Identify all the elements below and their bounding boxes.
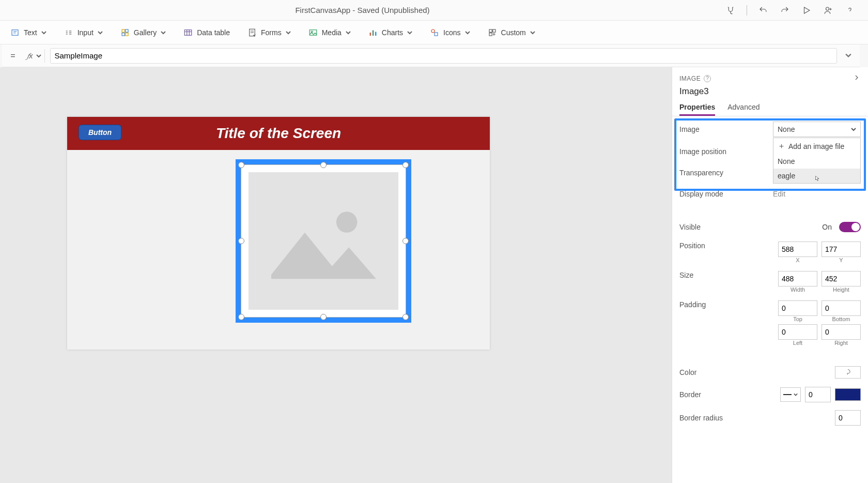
ribbon-data-table-label: Data table bbox=[197, 28, 230, 37]
image-option-none[interactable]: None bbox=[773, 154, 860, 169]
resize-handle[interactable] bbox=[320, 314, 327, 320]
size-h-sublabel: Height bbox=[822, 286, 861, 293]
svg-point-0 bbox=[826, 7, 829, 10]
position-y-input[interactable] bbox=[822, 242, 861, 257]
share-user-icon[interactable] bbox=[823, 5, 834, 16]
chevron-down-icon bbox=[530, 28, 535, 37]
svg-rect-2 bbox=[122, 29, 125, 32]
ribbon-forms[interactable]: Forms bbox=[244, 26, 294, 39]
canvas-button-control[interactable]: Button bbox=[79, 125, 121, 140]
ribbon-charts-label: Charts bbox=[382, 28, 403, 37]
svg-point-10 bbox=[431, 29, 435, 33]
resize-handle[interactable] bbox=[402, 162, 409, 168]
size-width-input[interactable] bbox=[778, 271, 817, 286]
size-height-input[interactable] bbox=[822, 271, 861, 286]
color-picker-button[interactable] bbox=[835, 366, 861, 379]
equals-label: = bbox=[7, 51, 19, 61]
image-option-eagle[interactable]: eagle bbox=[773, 169, 860, 183]
chevron-down-icon bbox=[98, 28, 103, 37]
selected-image-control[interactable] bbox=[236, 159, 411, 323]
border-style-select[interactable] bbox=[780, 387, 801, 402]
prop-visible-state: On bbox=[822, 223, 832, 231]
canvas-header: Button Title of the Screen bbox=[67, 117, 490, 150]
tab-advanced[interactable]: Advanced bbox=[727, 101, 760, 116]
tab-properties[interactable]: Properties bbox=[679, 101, 715, 116]
border-radius-input[interactable] bbox=[835, 410, 861, 426]
chevron-down-icon bbox=[851, 127, 856, 132]
formula-expand-button[interactable] bbox=[842, 51, 855, 61]
padding-right-input[interactable] bbox=[822, 324, 861, 340]
position-y-sublabel: Y bbox=[822, 257, 861, 263]
prop-color-label: Color bbox=[679, 368, 831, 376]
image-dropdown[interactable]: None ＋Add an image file None eagle bbox=[773, 122, 861, 137]
plus-icon: ＋ bbox=[778, 141, 785, 151]
prop-border-label: Border bbox=[679, 390, 776, 399]
prop-visible: Visible On bbox=[679, 220, 861, 234]
control-name: Image3 bbox=[672, 85, 868, 101]
image-dropdown-list: ＋Add an image file None eagle bbox=[773, 138, 861, 184]
ribbon-custom[interactable]: Custom bbox=[485, 26, 538, 39]
padding-t-sublabel: Top bbox=[778, 316, 817, 322]
chevron-down-icon bbox=[346, 28, 351, 37]
prop-size: Size WidthHeight bbox=[679, 271, 861, 293]
ribbon-icons[interactable]: Icons bbox=[427, 26, 473, 39]
chevron-down-icon bbox=[407, 28, 412, 37]
data-table-icon bbox=[183, 28, 193, 37]
resize-handle[interactable] bbox=[402, 314, 409, 320]
padding-bottom-input[interactable] bbox=[822, 300, 861, 316]
resize-handle[interactable] bbox=[320, 162, 327, 168]
border-color-swatch[interactable] bbox=[835, 388, 861, 401]
prop-size-label: Size bbox=[679, 271, 774, 279]
padding-top-input[interactable] bbox=[778, 300, 817, 316]
svg-rect-1 bbox=[12, 29, 18, 35]
chevron-down-icon bbox=[286, 28, 291, 37]
ribbon-media-label: Media bbox=[322, 28, 342, 37]
ribbon-gallery[interactable]: Gallery bbox=[117, 26, 169, 39]
ribbon-text[interactable]: Text bbox=[7, 26, 50, 39]
panel-collapse-button[interactable] bbox=[853, 73, 861, 83]
chevron-down-icon bbox=[41, 28, 47, 37]
size-w-sublabel: Width bbox=[778, 286, 817, 293]
border-width-input[interactable] bbox=[805, 387, 831, 402]
resize-handle[interactable] bbox=[238, 162, 244, 168]
play-icon[interactable] bbox=[801, 5, 812, 16]
resize-handle[interactable] bbox=[238, 238, 244, 244]
charts-icon bbox=[368, 28, 378, 37]
chevron-down-icon bbox=[161, 28, 166, 37]
padding-left-input[interactable] bbox=[778, 324, 817, 340]
image-bounds bbox=[241, 164, 406, 318]
position-x-input[interactable] bbox=[778, 242, 817, 257]
fx-button[interactable]: 𝑓x bbox=[24, 49, 45, 63]
panel-header: IMAGE ? bbox=[672, 67, 868, 85]
ribbon-data-table[interactable]: Data table bbox=[180, 26, 233, 39]
prop-display-mode: Display mode Edit bbox=[679, 187, 861, 201]
resize-handle[interactable] bbox=[402, 238, 409, 244]
svg-point-15 bbox=[336, 212, 357, 233]
formula-input[interactable] bbox=[50, 48, 838, 64]
health-check-icon[interactable] bbox=[725, 5, 736, 16]
visible-toggle[interactable] bbox=[839, 222, 861, 232]
prop-padding-label: Padding bbox=[679, 300, 774, 309]
resize-handle[interactable] bbox=[238, 314, 244, 320]
help-icon[interactable] bbox=[844, 5, 856, 16]
prop-image: Image None ＋Add an image file None eagle bbox=[679, 122, 861, 137]
ribbon-input[interactable]: Input bbox=[61, 26, 106, 39]
prop-image-label: Image bbox=[679, 125, 769, 133]
canvas-body bbox=[67, 150, 490, 350]
undo-icon[interactable] bbox=[757, 5, 769, 16]
image-option-none-label: None bbox=[778, 157, 795, 165]
formula-bar: = 𝑓x bbox=[2, 44, 860, 67]
prop-color: Color bbox=[679, 366, 861, 379]
canvas-area[interactable]: Button Title of the Screen bbox=[0, 67, 672, 483]
panel-tabs: Properties Advanced bbox=[672, 101, 868, 116]
image-option-add[interactable]: ＋Add an image file bbox=[773, 138, 860, 154]
chevron-down-icon bbox=[465, 28, 470, 37]
padding-r-sublabel: Right bbox=[822, 340, 861, 346]
svg-rect-5 bbox=[126, 33, 128, 35]
ribbon-media[interactable]: Media bbox=[305, 26, 354, 39]
help-icon[interactable]: ? bbox=[704, 75, 711, 82]
redo-icon[interactable] bbox=[779, 5, 791, 16]
svg-rect-4 bbox=[122, 33, 125, 35]
prop-position: Position XY bbox=[679, 242, 861, 263]
ribbon-charts[interactable]: Charts bbox=[365, 26, 415, 39]
